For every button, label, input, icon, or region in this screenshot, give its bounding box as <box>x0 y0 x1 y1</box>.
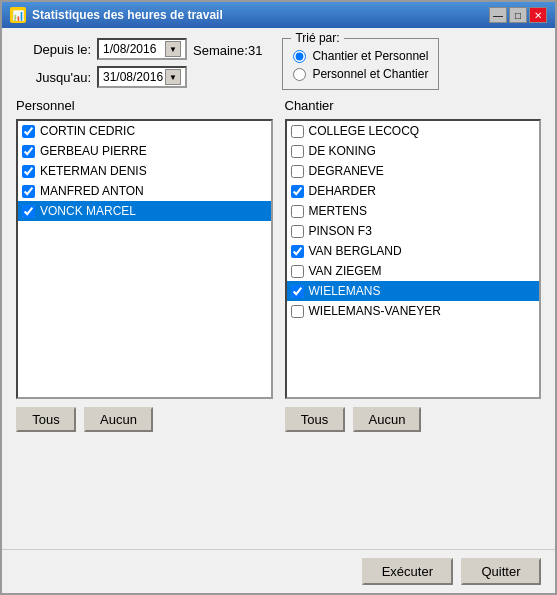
chantier-list-item[interactable]: COLLEGE LECOCQ <box>287 121 540 141</box>
chantier-checkbox-0[interactable] <box>291 125 304 138</box>
chantier-list-box[interactable]: COLLEGE LECOCQDE KONINGDEGRANEVEDEHARDER… <box>285 119 542 399</box>
depuis-value: 1/08/2016 <box>103 42 163 56</box>
jusquau-label: Jusqu'au: <box>16 70 91 85</box>
personnel-item-label: VONCK MARCEL <box>40 204 136 218</box>
chantier-item-label: WIELEMANS <box>309 284 381 298</box>
jusquau-value: 31/08/2016 <box>103 70 163 84</box>
radio-row-1: Chantier et Personnel <box>293 49 428 63</box>
maximize-button[interactable]: □ <box>509 7 527 23</box>
chantier-list-item[interactable]: MERTENS <box>287 201 540 221</box>
chantier-item-label: DEHARDER <box>309 184 376 198</box>
chantier-list-item[interactable]: DEHARDER <box>287 181 540 201</box>
chantier-checkbox-1[interactable] <box>291 145 304 158</box>
depuis-label: Depuis le: <box>16 42 91 57</box>
chantier-item-label: VAN BERGLAND <box>309 244 402 258</box>
depuis-dropdown-btn[interactable]: ▼ <box>165 41 181 57</box>
depuis-row: Depuis le: 1/08/2016 ▼ Semaine:31 <box>16 38 262 60</box>
personnel-header: Personnel <box>16 98 273 113</box>
chantier-item-label: MERTENS <box>309 204 367 218</box>
chantier-list-item[interactable]: WIELEMANS <box>287 281 540 301</box>
chantier-checkbox-3[interactable] <box>291 185 304 198</box>
personnel-list-item[interactable]: CORTIN CEDRIC <box>18 121 271 141</box>
radio-chantier-personnel[interactable] <box>293 50 306 63</box>
chantier-item-label: PINSON F3 <box>309 224 372 238</box>
quitter-button[interactable]: Quitter <box>461 558 541 585</box>
jusquau-input[interactable]: 31/08/2016 ▼ <box>97 66 187 88</box>
semaine-label: Semaine:31 <box>193 43 262 58</box>
chantier-list-item[interactable]: VAN ZIEGEM <box>287 261 540 281</box>
chantier-item-label: COLLEGE LECOCQ <box>309 124 420 138</box>
chantier-tous-button[interactable]: Tous <box>285 407 345 432</box>
window-title: Statistiques des heures de travail <box>32 8 223 22</box>
personnel-item-label: CORTIN CEDRIC <box>40 124 135 138</box>
personnel-list-box[interactable]: CORTIN CEDRICGERBEAU PIERREKETERMAN DENI… <box>16 119 273 399</box>
personnel-list-item[interactable]: MANFRED ANTON <box>18 181 271 201</box>
depuis-input[interactable]: 1/08/2016 ▼ <box>97 38 187 60</box>
date-fields: Depuis le: 1/08/2016 ▼ Semaine:31 Jusqu'… <box>16 38 262 88</box>
personnel-list-item[interactable]: GERBEAU PIERRE <box>18 141 271 161</box>
sort-group: Trié par: Chantier et Personnel Personne… <box>282 38 439 90</box>
minimize-button[interactable]: — <box>489 7 507 23</box>
personnel-checkbox-2[interactable] <box>22 165 35 178</box>
personnel-list-item[interactable]: VONCK MARCEL <box>18 201 271 221</box>
personnel-item-label: MANFRED ANTON <box>40 184 144 198</box>
chantier-checkbox-7[interactable] <box>291 265 304 278</box>
main-window: 📊 Statistiques des heures de travail — □… <box>0 0 557 595</box>
radio-label-personnel-chantier[interactable]: Personnel et Chantier <box>312 67 428 81</box>
jusquau-row: Jusqu'au: 31/08/2016 ▼ <box>16 66 262 88</box>
chantier-item-label: DEGRANEVE <box>309 164 384 178</box>
chantier-list-item[interactable]: PINSON F3 <box>287 221 540 241</box>
window-icon: 📊 <box>10 7 26 23</box>
close-button[interactable]: ✕ <box>529 7 547 23</box>
chantier-panel: Chantier COLLEGE LECOCQDE KONINGDEGRANEV… <box>285 98 542 539</box>
lists-section: Personnel CORTIN CEDRICGERBEAU PIERREKET… <box>16 98 541 539</box>
personnel-panel: Personnel CORTIN CEDRICGERBEAU PIERREKET… <box>16 98 273 539</box>
chantier-list-item[interactable]: DEGRANEVE <box>287 161 540 181</box>
personnel-buttons: Tous Aucun <box>16 407 273 432</box>
chantier-item-label: WIELEMANS-VANEYER <box>309 304 441 318</box>
chantier-item-label: VAN ZIEGEM <box>309 264 382 278</box>
personnel-checkbox-3[interactable] <box>22 185 35 198</box>
personnel-item-label: GERBEAU PIERRE <box>40 144 147 158</box>
chantier-header: Chantier <box>285 98 542 113</box>
chantier-checkbox-6[interactable] <box>291 245 304 258</box>
chantier-buttons: Tous Aucun <box>285 407 542 432</box>
radio-row-2: Personnel et Chantier <box>293 67 428 81</box>
personnel-list-item[interactable]: KETERMAN DENIS <box>18 161 271 181</box>
chantier-list-item[interactable]: VAN BERGLAND <box>287 241 540 261</box>
chantier-checkbox-4[interactable] <box>291 205 304 218</box>
personnel-checkbox-4[interactable] <box>22 205 35 218</box>
chantier-list-item[interactable]: DE KONING <box>287 141 540 161</box>
chantier-checkbox-9[interactable] <box>291 305 304 318</box>
jusquau-dropdown-btn[interactable]: ▼ <box>165 69 181 85</box>
title-bar: 📊 Statistiques des heures de travail — □… <box>2 2 555 28</box>
personnel-checkbox-0[interactable] <box>22 125 35 138</box>
chantier-list-item[interactable]: WIELEMANS-VANEYER <box>287 301 540 321</box>
top-section: Depuis le: 1/08/2016 ▼ Semaine:31 Jusqu'… <box>16 38 541 90</box>
radio-label-chantier-personnel[interactable]: Chantier et Personnel <box>312 49 428 63</box>
personnel-aucun-button[interactable]: Aucun <box>84 407 153 432</box>
chantier-checkbox-8[interactable] <box>291 285 304 298</box>
personnel-tous-button[interactable]: Tous <box>16 407 76 432</box>
title-bar-controls: — □ ✕ <box>489 7 547 23</box>
personnel-item-label: KETERMAN DENIS <box>40 164 147 178</box>
content-area: Depuis le: 1/08/2016 ▼ Semaine:31 Jusqu'… <box>2 28 555 549</box>
title-bar-left: 📊 Statistiques des heures de travail <box>10 7 223 23</box>
chantier-aucun-button[interactable]: Aucun <box>353 407 422 432</box>
radio-personnel-chantier[interactable] <box>293 68 306 81</box>
executer-button[interactable]: Exécuter <box>362 558 453 585</box>
bottom-bar: Exécuter Quitter <box>2 549 555 593</box>
chantier-checkbox-5[interactable] <box>291 225 304 238</box>
sort-legend: Trié par: <box>291 31 343 45</box>
chantier-checkbox-2[interactable] <box>291 165 304 178</box>
chantier-item-label: DE KONING <box>309 144 376 158</box>
personnel-checkbox-1[interactable] <box>22 145 35 158</box>
